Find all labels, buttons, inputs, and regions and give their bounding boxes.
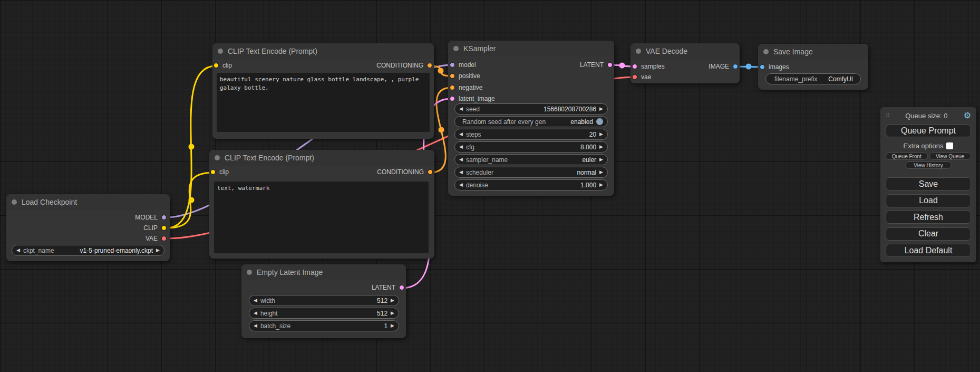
output-port-latent[interactable]	[399, 285, 404, 290]
view-history-button[interactable]: View History	[905, 161, 952, 169]
save-button[interactable]: Save	[886, 177, 971, 190]
batch-size-widget[interactable]: ◀ batch_size 1 ▶	[249, 320, 399, 331]
ckpt-name-widget[interactable]: ◀ ckpt_name v1-5-pruned-emaonly.ckpt ▶	[12, 245, 164, 256]
input-port-vae[interactable]	[632, 74, 637, 80]
refresh-button[interactable]: Refresh	[886, 211, 971, 224]
node-title-bar[interactable]: CLIP Text Encode (Prompt)	[212, 43, 434, 59]
steps-widget[interactable]: ◀ steps 20 ▶	[454, 129, 608, 140]
decrement-arrow-icon[interactable]: ◀	[459, 145, 463, 149]
random-seed-toggle-widget[interactable]: Random seed after every gen enabled	[454, 116, 608, 127]
decrement-arrow-icon[interactable]: ◀	[459, 132, 463, 137]
output-port-latent[interactable]	[607, 62, 613, 68]
input-label: clip	[219, 168, 229, 176]
decrement-arrow-icon[interactable]: ◀	[459, 170, 463, 175]
input-port-latent-image[interactable]	[450, 96, 455, 101]
decrement-arrow-icon[interactable]: ◀	[254, 323, 257, 328]
output-port-conditioning[interactable]	[428, 169, 433, 175]
clear-button[interactable]: Clear	[886, 227, 971, 241]
filename-prefix-widget[interactable]: filename_prefix ComfyUI	[765, 73, 861, 84]
collapse-dot-icon[interactable]	[636, 49, 641, 54]
decrement-arrow-icon[interactable]: ◀	[459, 107, 463, 111]
scheduler-widget[interactable]: ◀ scheduler normal ▶	[454, 167, 608, 178]
node-clip-text-encode-positive[interactable]: CLIP Text Encode (Prompt) clip CONDITION…	[212, 43, 434, 139]
node-title: Empty Latent Image	[257, 268, 323, 276]
denoise-widget[interactable]: ◀ denoise 1.000 ▶	[454, 179, 608, 190]
input-port-negative[interactable]	[450, 85, 455, 90]
queue-front-button[interactable]: Queue Front	[886, 152, 928, 160]
sampler-name-widget[interactable]: ◀ sampler_name euler ▶	[454, 154, 608, 165]
widget-label: steps	[466, 131, 481, 138]
node-title: VAE Decode	[646, 47, 687, 55]
increment-arrow-icon[interactable]: ▶	[599, 183, 603, 187]
node-canvas[interactable]: Load Checkpoint MODEL CLIP VAE ◀ ckpt_na…	[0, 0, 980, 372]
output-label: CONDITIONING	[376, 62, 423, 69]
node-vae-decode[interactable]: VAE Decode samples IMAGE vae	[630, 43, 740, 83]
increment-arrow-icon[interactable]: ▶	[599, 145, 603, 149]
output-port-clip[interactable]	[161, 225, 167, 231]
input-port-clip[interactable]	[210, 169, 216, 175]
node-save-image[interactable]: Save Image images filename_prefix ComfyU…	[758, 44, 868, 90]
collapse-dot-icon[interactable]	[218, 49, 223, 54]
node-title: CLIP Text Encode (Prompt)	[228, 47, 317, 55]
input-port-model[interactable]	[450, 62, 455, 68]
output-port-conditioning[interactable]	[427, 63, 432, 68]
node-title-bar[interactable]: Empty Latent Image	[241, 264, 406, 280]
widget-value: 1	[384, 322, 387, 330]
decrement-arrow-icon[interactable]: ◀	[459, 157, 463, 162]
decrement-arrow-icon[interactable]: ◀	[459, 183, 463, 187]
extra-options-checkbox[interactable]	[946, 142, 953, 149]
decrement-arrow-icon[interactable]: ◀	[254, 298, 257, 303]
toggle-knob-icon[interactable]	[596, 118, 603, 125]
input-port-images[interactable]	[760, 64, 765, 70]
increment-arrow-icon[interactable]: ▶	[599, 107, 603, 111]
increment-arrow-icon[interactable]: ▶	[599, 170, 603, 175]
negative-prompt-textarea[interactable]: text, watermark	[214, 182, 429, 253]
positive-prompt-textarea[interactable]: beautiful scenery nature glass bottle la…	[217, 73, 430, 132]
increment-arrow-icon[interactable]: ▶	[156, 248, 160, 253]
decrement-arrow-icon[interactable]: ◀	[16, 248, 20, 253]
drag-handle-icon[interactable]: ⠿	[886, 112, 889, 119]
gear-icon[interactable]: ⚙	[964, 111, 971, 120]
output-port-model[interactable]	[161, 215, 167, 220]
output-label: LATENT	[372, 284, 395, 291]
increment-arrow-icon[interactable]: ▶	[391, 323, 394, 328]
increment-arrow-icon[interactable]: ▶	[599, 132, 603, 137]
collapse-dot-icon[interactable]	[763, 49, 769, 54]
node-title: KSampler	[463, 44, 496, 53]
increment-arrow-icon[interactable]: ▶	[391, 298, 394, 303]
cfg-widget[interactable]: ◀ cfg 8.000 ▶	[454, 141, 608, 152]
increment-arrow-icon[interactable]: ▶	[599, 157, 603, 162]
output-port-vae[interactable]	[161, 236, 167, 241]
input-port-positive[interactable]	[450, 73, 455, 79]
collapse-dot-icon[interactable]	[247, 270, 252, 275]
node-ksampler[interactable]: KSampler model LATENT positive negative …	[448, 41, 614, 196]
height-widget[interactable]: ◀ height 512 ▶	[249, 308, 399, 319]
increment-arrow-icon[interactable]: ▶	[391, 311, 394, 316]
seed-widget[interactable]: ◀ seed 156680208700286 ▶	[454, 103, 608, 115]
width-widget[interactable]: ◀ width 512 ▶	[249, 295, 399, 306]
collapse-dot-icon[interactable]	[215, 155, 220, 160]
node-clip-text-encode-negative[interactable]: CLIP Text Encode (Prompt) clip CONDITION…	[209, 150, 434, 259]
queue-prompt-button[interactable]: Queue Prompt	[886, 125, 971, 137]
widget-value: 512	[377, 297, 387, 304]
collapse-dot-icon[interactable]	[12, 199, 17, 205]
input-port-clip[interactable]	[214, 63, 219, 68]
widget-label: batch_size	[260, 322, 290, 330]
load-default-button[interactable]: Load Default	[886, 244, 971, 257]
widget-label: sampler_name	[466, 156, 508, 164]
node-empty-latent-image[interactable]: Empty Latent Image LATENT ◀ width 512 ▶ …	[241, 264, 406, 338]
output-port-image[interactable]	[733, 64, 738, 69]
node-title-bar[interactable]: Save Image	[758, 44, 868, 60]
node-title-bar[interactable]: VAE Decode	[630, 43, 740, 59]
queue-panel-header[interactable]: ⠿ Queue size: 0 ⚙	[886, 110, 971, 121]
node-title-bar[interactable]: KSampler	[448, 41, 614, 56]
node-title-bar[interactable]: Load Checkpoint	[6, 194, 170, 210]
view-queue-button[interactable]: View Queue	[929, 152, 972, 160]
collapse-dot-icon[interactable]	[453, 46, 459, 51]
decrement-arrow-icon[interactable]: ◀	[254, 311, 257, 316]
node-title-bar[interactable]: CLIP Text Encode (Prompt)	[209, 150, 434, 166]
load-button[interactable]: Load	[886, 194, 971, 207]
input-port-samples[interactable]	[632, 64, 637, 69]
widget-value: 156680208700286	[544, 106, 596, 113]
node-load-checkpoint[interactable]: Load Checkpoint MODEL CLIP VAE ◀ ckpt_na…	[6, 194, 170, 261]
